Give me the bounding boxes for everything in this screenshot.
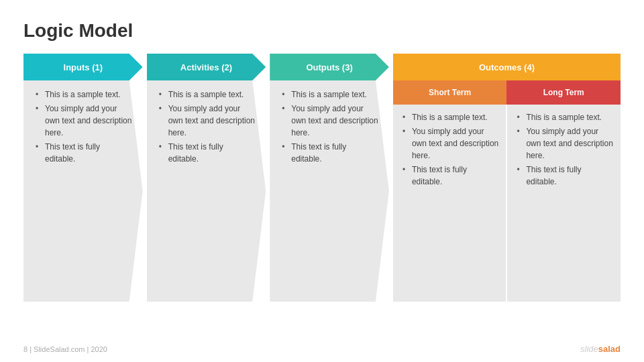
short-term-body: This is a sample text. You simply add yo… xyxy=(393,105,508,302)
activities-body: This is a sample text. You simply add yo… xyxy=(147,80,266,302)
list-item: This text is fully editable. xyxy=(517,164,614,188)
list-item: You simply add your own text and descrip… xyxy=(282,103,378,139)
footer-right: slidesalad xyxy=(580,344,621,354)
outcomes-body: This is a sample text. You simply add yo… xyxy=(393,105,621,302)
list-item: This is a sample text. xyxy=(282,88,378,101)
inputs-body: This is a sample text. You simply add yo… xyxy=(23,80,143,302)
list-item: This text is fully editable. xyxy=(282,141,378,165)
activities-section: Activities (2) This is a sample text. Yo… xyxy=(147,54,266,302)
list-item: This text is fully editable. xyxy=(36,141,132,165)
list-item: This is a sample text. xyxy=(36,88,132,101)
list-item: You simply add your own text and descrip… xyxy=(159,103,256,139)
list-item: This text is fully editable. xyxy=(402,164,500,188)
page-title: Logic Model xyxy=(23,20,621,42)
short-term-header: Short Term xyxy=(393,80,507,105)
inputs-list: This is a sample text. You simply add yo… xyxy=(36,88,132,165)
list-item: This text is fully editable. xyxy=(159,141,256,165)
inputs-header: Inputs (1) xyxy=(23,54,143,80)
footer: 8 | SlideSalad.com | 2020 slidesalad xyxy=(23,344,621,354)
inputs-section: Inputs (1) This is a sample text. You si… xyxy=(23,54,143,302)
short-term-list: This is a sample text. You simply add yo… xyxy=(402,111,500,188)
outcomes-section: Outcomes (4) Short Term Long Term This i… xyxy=(393,54,621,302)
long-term-header: Long Term xyxy=(506,80,621,105)
outputs-section: Outputs (3) This is a sample text. You s… xyxy=(270,54,389,302)
list-item: You simply add your own text and descrip… xyxy=(402,125,500,162)
logic-model: Inputs (1) This is a sample text. You si… xyxy=(23,54,621,302)
footer-left: 8 | SlideSalad.com | 2020 xyxy=(23,345,107,353)
slide: Logic Model Inputs (1) This is a sample … xyxy=(0,0,644,362)
activities-header: Activities (2) xyxy=(147,54,266,80)
outcomes-header: Outcomes (4) xyxy=(393,54,621,80)
outcomes-sub-headers: Short Term Long Term xyxy=(393,80,621,105)
list-item: You simply add your own text and descrip… xyxy=(517,125,614,162)
list-item: This is a sample text. xyxy=(159,88,256,101)
outputs-list: This is a sample text. You simply add yo… xyxy=(282,88,378,165)
activities-list: This is a sample text. You simply add yo… xyxy=(159,88,256,165)
list-item: This is a sample text. xyxy=(402,111,500,123)
long-term-list: This is a sample text. You simply add yo… xyxy=(517,111,614,188)
long-term-body: This is a sample text. You simply add yo… xyxy=(507,105,621,302)
list-item: This is a sample text. xyxy=(517,111,614,123)
outputs-body: This is a sample text. You simply add yo… xyxy=(270,80,389,302)
outputs-header: Outputs (3) xyxy=(270,54,389,80)
list-item: You simply add your own text and descrip… xyxy=(36,103,132,139)
